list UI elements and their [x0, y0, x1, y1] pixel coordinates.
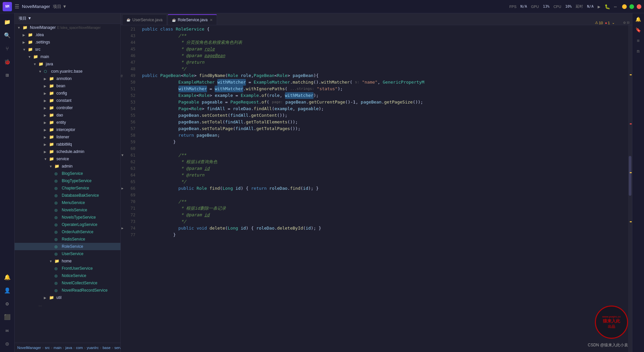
- toolbar-person-icon[interactable]: 👤: [1, 284, 13, 296]
- tree-item-interceptor[interactable]: ▶ 📁 interceptor: [15, 126, 120, 133]
- tree-item-main[interactable]: ▼ 📁 main: [15, 53, 120, 60]
- tree-item-BlogTypeService[interactable]: ◎ BlogTypeService: [15, 177, 120, 184]
- toolbar-settings-icon[interactable]: ⚙: [1, 298, 13, 310]
- toolbar-extensions-icon[interactable]: ⊞: [1, 69, 13, 81]
- code-line-55: pageBean.setContent(findAll.getContent()…: [142, 112, 628, 119]
- breadcrumb-item-5[interactable]: yuanIrc: [87, 346, 99, 350]
- breadcrumb-item-3[interactable]: java: [65, 346, 72, 350]
- linenum-63: 63: [121, 165, 139, 172]
- tree-item-RedisService[interactable]: ◎ RedisService: [15, 236, 120, 243]
- editor-scrollbar[interactable]: [628, 25, 632, 352]
- tree-item-RoleService[interactable]: ◎ RoleService: [15, 243, 120, 250]
- tree-item-UserService-admin[interactable]: ◎ UserService: [15, 250, 120, 257]
- tree-item-MenuService[interactable]: ◎ MenuService: [15, 199, 120, 206]
- tree-item-rabbitmq[interactable]: ▶ 📁 rabbitMq: [15, 141, 120, 148]
- scrollbar-thumb[interactable]: [629, 156, 631, 196]
- maximize-button[interactable]: [629, 4, 634, 9]
- code-area[interactable]: public class RoleService { /** * 分页按角色名称…: [139, 25, 628, 352]
- tree-item-entity[interactable]: ▶ 📁 entity: [15, 119, 120, 126]
- tree-label-MenuService: MenuService: [62, 200, 85, 205]
- tree-label-src: src: [35, 47, 40, 52]
- tree-item-constant[interactable]: ▶ 📁 constant: [15, 97, 120, 104]
- tree-item-ChapterService[interactable]: ◎ ChapterService: [15, 184, 120, 192]
- tree-item-NovelReadRecordService[interactable]: ◎ NovelReadRecordService: [15, 287, 120, 294]
- toolbar-terminal-icon[interactable]: ⬛: [1, 311, 13, 323]
- tree-item-settings[interactable]: ▶ 📁 .settings: [15, 38, 120, 46]
- editor-settings-icon[interactable]: ⚙: [623, 20, 626, 25]
- close-button[interactable]: [637, 4, 641, 9]
- tree-item-controller[interactable]: ▶ 📁 controller: [15, 104, 120, 111]
- tree-item-NoticeService[interactable]: ◎ NoticeService: [15, 272, 120, 279]
- breadcrumb-item-6[interactable]: base: [103, 346, 110, 350]
- right-icon-maven[interactable]: m: [634, 46, 643, 56]
- tree-item-OrderAuthService[interactable]: ◎ OrderAuthService: [15, 228, 120, 236]
- tree-label-RedisService: RedisService: [62, 237, 85, 242]
- tree-item-util[interactable]: ▶ 📁 util: [15, 294, 120, 301]
- tree-item-NovelsTypeService[interactable]: ◎ NovelsTypeService: [15, 214, 120, 221]
- stripe-error-1: [630, 123, 632, 124]
- right-icon-notifications[interactable]: 🔔: [634, 15, 643, 24]
- tree-item-BlogService[interactable]: ◎ BlogService: [15, 170, 120, 177]
- tree-item-idea[interactable]: ▶ 📁 .idea: [15, 31, 120, 38]
- toolbar-project-icon[interactable]: 📁: [1, 16, 13, 28]
- tree-item-admin[interactable]: ▼ 📁 admin: [15, 163, 120, 170]
- linenum-60: 60: [121, 145, 139, 152]
- breadcrumb-item-2[interactable]: main: [54, 346, 62, 350]
- time-label: 延时: [576, 4, 583, 9]
- tree-item-base[interactable]: ▼ ⬡ com.yuanIrc.base: [15, 68, 120, 75]
- tree-item-OperaterLogService[interactable]: ◎ OperaterLogService: [15, 221, 120, 228]
- menu-project[interactable]: 项目 ▼: [53, 4, 67, 10]
- panel-header-label[interactable]: 项目 ▼: [19, 16, 32, 21]
- caret-down-icon[interactable]: ⌄: [612, 21, 615, 25]
- tree-item-dao[interactable]: ▶ 📁 dao: [15, 111, 120, 119]
- tree-item-schedule[interactable]: ▶ 📁 schedule.admin: [15, 148, 120, 155]
- tree-item-root[interactable]: ▼ 📁 NovelManager E:\idea_space\NovelMana…: [15, 24, 120, 31]
- toolbar-search-icon[interactable]: 🔍: [1, 29, 13, 41]
- linenum-48: 48: [121, 66, 139, 72]
- hamburger-icon[interactable]: ☰: [15, 3, 19, 10]
- linenum-53: 53: [121, 99, 139, 106]
- toolbar-debug-sidebar-icon[interactable]: 🐞: [1, 56, 13, 68]
- breadcrumb-item-1[interactable]: src: [45, 346, 50, 350]
- toolbar-notifications-icon[interactable]: 🔔: [1, 271, 13, 283]
- tree-item-FrontUserService[interactable]: ◎ FrontUserService: [15, 265, 120, 272]
- tree-label-NovelsService: NovelsService: [62, 208, 87, 212]
- breadcrumb-item-7[interactable]: service: [114, 346, 120, 350]
- tree-item-bean[interactable]: ▶ 📁 bean: [15, 82, 120, 90]
- toolbar-mail-icon[interactable]: ✉: [1, 324, 13, 336]
- tree-label-dao: dao: [56, 113, 63, 117]
- linenum-52: 52: [121, 92, 139, 99]
- linenum-59: 59: [121, 139, 139, 145]
- editor-split-icon[interactable]: ⊟: [627, 20, 629, 25]
- right-icon-structure[interactable]: ≡: [634, 36, 643, 45]
- breadcrumb-item-4[interactable]: com: [76, 346, 83, 350]
- linenum-74: 74 ▶: [121, 225, 139, 232]
- breadcrumb-item-0[interactable]: NovelManager: [17, 346, 41, 350]
- code-line-61: /**: [142, 152, 628, 159]
- tree-item-DatabaseBakService[interactable]: ◎ DatabaseBakService: [15, 192, 120, 199]
- tree-item-config[interactable]: ▶ 📁 config: [15, 90, 120, 97]
- tree-item-src[interactable]: ▼ 📁 src: [15, 46, 120, 53]
- fps-label: FPS: [509, 5, 516, 9]
- toolbar-git2-icon[interactable]: ◎: [1, 337, 13, 349]
- tab-UserService[interactable]: ☕ UserService.java: [122, 14, 167, 25]
- tree-item-service[interactable]: ▼ 📁 service: [15, 155, 120, 163]
- more-icon[interactable]: ⋯: [614, 4, 617, 9]
- tree-item-java[interactable]: ▼ 📁 java: [15, 60, 120, 68]
- tab-close-button[interactable]: ✕: [210, 18, 213, 22]
- code-line-47: * @return: [142, 59, 628, 66]
- debug-icon[interactable]: 🐛: [605, 4, 610, 9]
- tab-RoleService[interactable]: ☕ RoleService.java ✕: [168, 14, 217, 25]
- tree-item-NovelCollectService[interactable]: ◎ NovelCollectService: [15, 279, 120, 287]
- right-icon-bookmarks[interactable]: 🔖: [634, 25, 643, 35]
- code-line-46: * @param pageBean: [142, 52, 628, 59]
- tree-item-listener[interactable]: ▶ 📁 listener: [15, 133, 120, 141]
- minimize-button[interactable]: [622, 4, 627, 9]
- file-tree[interactable]: ▼ 📁 NovelManager E:\idea_space\NovelMana…: [15, 24, 120, 343]
- tree-item-home[interactable]: ▼ 📁 home: [15, 257, 120, 265]
- tree-item-NovelsService[interactable]: ◎ NovelsService: [15, 206, 120, 214]
- linenum-44: 44: [121, 39, 139, 46]
- run-icon[interactable]: ▶: [598, 4, 600, 9]
- toolbar-git-icon[interactable]: ⑂: [1, 42, 13, 54]
- tree-item-annotion[interactable]: ▶ 📁 annotion: [15, 75, 120, 82]
